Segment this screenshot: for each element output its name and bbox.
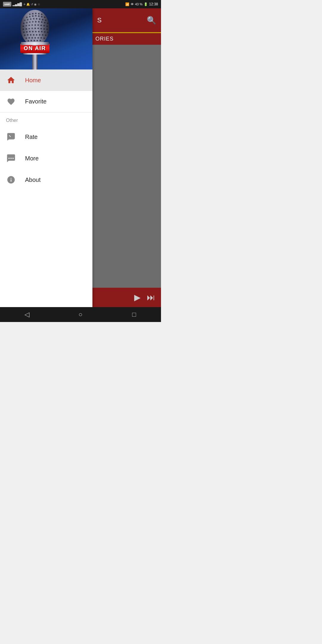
- svg-point-58: [26, 31, 28, 33]
- svg-point-66: [24, 35, 26, 36]
- svg-point-52: [35, 28, 36, 29]
- svg-point-53: [38, 28, 39, 29]
- svg-point-36: [41, 21, 43, 23]
- svg-point-76: [32, 37, 33, 39]
- svg-point-38: [47, 23, 49, 24]
- rate-icon: [6, 132, 16, 142]
- skip-button[interactable]: ⏭: [147, 292, 155, 302]
- status-right: 📶 👁 43 % 🔋 12:38: [125, 2, 158, 6]
- nav-home-item[interactable]: Home: [0, 69, 92, 91]
- svg-point-14: [41, 14, 43, 15]
- nav-rate-item[interactable]: Rate: [0, 126, 92, 148]
- svg-point-49: [26, 28, 27, 30]
- svg-point-74: [26, 38, 27, 39]
- recents-button[interactable]: □: [125, 309, 143, 321]
- svg-point-54: [41, 28, 42, 30]
- status-left: toWiPi ▂▄▆█ ✈ 🔔 ↺ ◉ ☆: [3, 2, 40, 7]
- svg-point-63: [41, 31, 43, 32]
- about-label: About: [25, 177, 41, 183]
- svg-point-47: [47, 26, 48, 27]
- right-header-title: S: [97, 16, 102, 24]
- svg-point-90: [8, 158, 10, 159]
- categories-text: ORIES: [95, 36, 114, 42]
- home-label: Home: [25, 77, 41, 84]
- svg-point-83: [34, 40, 35, 41]
- mic-illustration: ON AIR ON AIR ON AIR: [0, 8, 92, 69]
- svg-rect-87: [21, 42, 49, 45]
- home-button[interactable]: ○: [72, 309, 89, 321]
- wifi-icon: 📶: [125, 2, 129, 6]
- svg-point-92: [13, 158, 14, 159]
- svg-point-78: [38, 37, 39, 39]
- search-icon[interactable]: 🔍: [147, 16, 156, 25]
- svg-point-11: [32, 13, 34, 15]
- svg-point-27: [39, 18, 41, 20]
- eye-icon: 👁: [131, 2, 134, 6]
- battery-percent: 43 %: [135, 2, 143, 6]
- nav-more-item[interactable]: More: [0, 148, 92, 169]
- svg-point-84: [37, 40, 38, 41]
- home-icon: [6, 75, 16, 85]
- svg-point-28: [42, 19, 44, 21]
- svg-point-73: [45, 35, 47, 36]
- svg-point-35: [38, 21, 40, 23]
- rate-label: Rate: [25, 134, 38, 140]
- svg-point-61: [35, 31, 37, 32]
- svg-point-59: [29, 31, 31, 32]
- svg-point-79: [41, 37, 42, 39]
- svg-point-20: [41, 16, 43, 18]
- svg-point-72: [42, 34, 44, 36]
- wifi-logo: toWiPi: [3, 2, 11, 7]
- main-layout: ON AIR ON AIR ON AIR: [0, 8, 161, 307]
- signal-icon: ▂▄▆█: [13, 2, 22, 6]
- back-icon: ◁: [24, 311, 30, 318]
- svg-point-34: [35, 21, 37, 23]
- right-panel: S 🔍 ORIES ▶ ⏭: [92, 8, 161, 307]
- player-bar: ▶ ⏭: [92, 288, 161, 307]
- svg-point-55: [44, 28, 45, 30]
- more-icon: [6, 153, 16, 163]
- svg-point-77: [35, 37, 36, 39]
- drawer: ON AIR ON AIR ON AIR: [0, 8, 92, 307]
- svg-point-39: [23, 26, 24, 27]
- section-other-label: Other: [0, 112, 92, 126]
- info-icon: [6, 175, 16, 185]
- right-categories-bar: ORIES: [92, 32, 161, 45]
- favorite-label: Favorite: [25, 98, 47, 105]
- battery-icon: 🔋: [144, 2, 148, 6]
- svg-point-69: [33, 34, 35, 36]
- svg-point-37: [44, 22, 46, 24]
- status-bar: toWiPi ▂▄▆█ ✈ 🔔 ↺ ◉ ☆ 📶 👁 43 % 🔋 12:38: [0, 0, 161, 8]
- svg-point-91: [10, 158, 12, 159]
- nav-favorite-item[interactable]: Favorite: [0, 91, 92, 112]
- svg-point-29: [45, 20, 47, 21]
- svg-point-71: [39, 34, 41, 36]
- svg-point-45: [41, 25, 42, 26]
- svg-point-12: [35, 13, 37, 14]
- svg-point-26: [36, 18, 38, 20]
- nav-about-item[interactable]: About: [0, 169, 92, 191]
- svg-point-75: [29, 37, 30, 39]
- svg-point-80: [44, 38, 45, 39]
- svg-point-21: [44, 17, 46, 18]
- hero-image: ON AIR ON AIR ON AIR: [0, 8, 92, 69]
- svg-point-82: [31, 40, 32, 41]
- svg-point-68: [30, 34, 32, 36]
- svg-point-67: [27, 34, 29, 36]
- svg-point-65: [47, 32, 49, 33]
- svg-point-13: [38, 13, 40, 15]
- svg-point-56: [47, 29, 48, 30]
- more-label: More: [25, 155, 39, 162]
- svg-point-46: [44, 25, 45, 27]
- favorite-icon: [6, 97, 16, 107]
- play-button[interactable]: ▶: [134, 292, 141, 302]
- svg-point-48: [23, 29, 24, 30]
- svg-point-19: [38, 16, 40, 17]
- recents-icon: □: [132, 311, 136, 318]
- right-header: S 🔍: [92, 8, 161, 32]
- svg-point-57: [23, 32, 25, 33]
- back-button[interactable]: ◁: [18, 309, 36, 321]
- svg-point-81: [28, 40, 29, 42]
- home-nav-icon: ○: [78, 311, 82, 318]
- svg-point-70: [36, 34, 38, 36]
